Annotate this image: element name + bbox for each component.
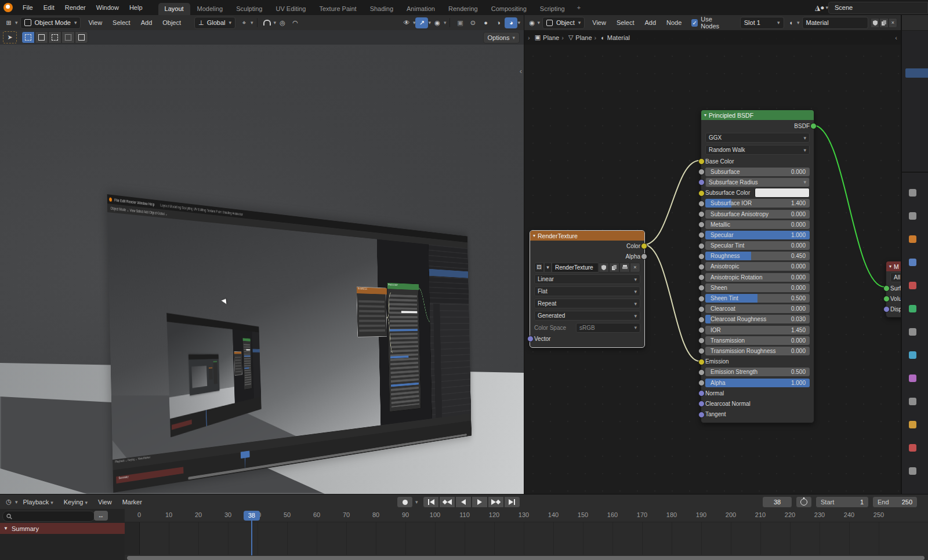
options-button[interactable]: Options▾ bbox=[483, 32, 520, 43]
sheen-tint-socket[interactable] bbox=[698, 296, 705, 302]
add-workspace-button[interactable]: + bbox=[572, 0, 586, 15]
workspace-tab-compositing[interactable]: Compositing bbox=[485, 3, 533, 15]
random-walk-dropdown[interactable]: Random Walk▾ bbox=[705, 145, 810, 155]
mode-dropdown[interactable]: Object Mode▾ bbox=[20, 17, 81, 29]
roughness-slider[interactable]: Roughness0.450 bbox=[705, 252, 810, 260]
viewport-menu-add[interactable]: Add bbox=[136, 15, 158, 30]
ior-slider[interactable]: IOR1.450 bbox=[705, 326, 810, 334]
breadcrumb-mesh[interactable]: Plane bbox=[575, 34, 592, 41]
playhead-frame-badge[interactable]: 38 bbox=[244, 511, 260, 521]
proportional-edit-icon[interactable]: ◎ bbox=[276, 17, 289, 28]
gizmos-icon[interactable]: ↗ bbox=[415, 17, 428, 28]
orientation-dropdown[interactable]: ⊥ Global▾ bbox=[194, 17, 235, 29]
shading-solid-icon[interactable]: ● bbox=[479, 17, 492, 28]
current-frame-field[interactable]: 38 bbox=[762, 496, 792, 508]
breadcrumb-object[interactable]: Plane bbox=[543, 34, 559, 41]
material-output-node[interactable]: ▾M All Surfa Volu Disp bbox=[886, 261, 901, 318]
subsurface-color-socket[interactable] bbox=[698, 190, 705, 197]
metallic-slider[interactable]: Metallic0.000 bbox=[705, 220, 810, 229]
transmission-roughness-socket[interactable] bbox=[698, 348, 705, 354]
channel-search-field[interactable] bbox=[2, 511, 95, 522]
node-menu-view[interactable]: View bbox=[587, 15, 611, 30]
menu-window[interactable]: Window bbox=[91, 0, 124, 15]
shading-rendered-icon[interactable]: ◕ bbox=[505, 17, 517, 28]
anisotropic-rotation-socket[interactable] bbox=[698, 274, 705, 281]
workspace-tab-texture-paint[interactable]: Texture Paint bbox=[313, 3, 362, 15]
clearcoat-normal-socket[interactable] bbox=[698, 401, 705, 407]
workspace-tab-animation[interactable]: Animation bbox=[400, 3, 441, 15]
node-canvas[interactable]: ▾RenderTexture Color Alpha 🖼 ▾ RenderTex… bbox=[524, 30, 901, 494]
displacement-input-socket[interactable] bbox=[883, 306, 890, 312]
transmission-socket[interactable] bbox=[698, 337, 705, 344]
material-chevron-icon[interactable]: ▾ bbox=[797, 20, 800, 26]
properties-tab-icon[interactable] bbox=[909, 398, 916, 405]
bsdf-output-socket[interactable] bbox=[810, 123, 817, 129]
keying-set-chevron-icon[interactable]: ▾ bbox=[415, 499, 418, 505]
emission-strength-slider[interactable]: Emission Strength0.500 bbox=[705, 368, 810, 376]
select-extend-tool-button[interactable] bbox=[35, 31, 48, 43]
principled-bsdf-node[interactable]: ▾Principled BSDF BSDF GGX▾Random Walk▾Ba… bbox=[701, 110, 814, 423]
viewport-menu-select[interactable]: Select bbox=[107, 15, 136, 30]
roughness-socket[interactable] bbox=[698, 253, 705, 260]
output-target-dropdown[interactable]: All bbox=[890, 272, 901, 282]
subsurface-ior-slider[interactable]: Subsurface IOR1.400 bbox=[705, 199, 810, 208]
linear-dropdown[interactable]: Linear▾ bbox=[534, 274, 640, 284]
shading-chevron-icon[interactable]: ▾ bbox=[517, 20, 520, 26]
workspace-tab-scripting[interactable]: Scripting bbox=[534, 3, 571, 15]
start-frame-field[interactable]: Start1 bbox=[815, 496, 869, 508]
properties-tab-icon[interactable] bbox=[909, 328, 916, 336]
specular-tint-slider[interactable]: Specular Tint0.000 bbox=[705, 241, 810, 250]
transmission-roughness-slider[interactable]: Transmission Roughness0.000 bbox=[705, 347, 810, 355]
end-frame-field[interactable]: End250 bbox=[872, 496, 918, 508]
properties-tab-icon[interactable] bbox=[909, 282, 916, 289]
subsurface-slider[interactable]: Subsurface0.000 bbox=[705, 168, 810, 176]
timeline-menu-view[interactable]: View bbox=[93, 494, 117, 510]
use-preview-range-stopwatch-icon[interactable] bbox=[796, 496, 812, 508]
workspace-tab-sculpting[interactable]: Sculpting bbox=[230, 3, 269, 15]
repeat-dropdown[interactable]: Repeat▾ bbox=[534, 299, 640, 308]
menu-file[interactable]: File bbox=[17, 0, 38, 15]
subsurface-anisotropy-socket[interactable] bbox=[698, 211, 705, 217]
render-texture-node[interactable]: ▾RenderTexture Color Alpha 🖼 ▾ RenderTex… bbox=[530, 230, 645, 348]
play-reverse-button[interactable] bbox=[455, 496, 472, 508]
tweak-tool-button[interactable]: ➤ bbox=[3, 31, 17, 43]
alpha-socket[interactable] bbox=[698, 380, 705, 386]
outliner-selected-row[interactable] bbox=[905, 68, 928, 78]
specular-socket[interactable] bbox=[698, 232, 705, 238]
timeline-horizontal-scrollbar[interactable] bbox=[127, 556, 925, 560]
keying-menu[interactable]: Keying ▾ bbox=[59, 494, 93, 510]
sheen-tint-slider[interactable]: Sheen Tint0.500 bbox=[705, 294, 810, 303]
menu-help[interactable]: Help bbox=[124, 0, 148, 15]
fake-user-shield-icon[interactable] bbox=[599, 263, 609, 272]
color-space-dropdown[interactable]: sRGB▾ bbox=[576, 323, 640, 333]
workspace-tab-uv-editing[interactable]: UV Editing bbox=[269, 3, 312, 15]
properties-tab-icon[interactable] bbox=[909, 235, 916, 243]
metallic-socket[interactable] bbox=[698, 221, 705, 228]
timeline-tracks[interactable]: 0102030405060708090100110120130140150160… bbox=[125, 509, 928, 560]
image-name-field[interactable]: RenderTexture bbox=[552, 263, 599, 272]
properties-tab-icon[interactable] bbox=[909, 421, 916, 428]
material-output-header[interactable]: ▾M bbox=[886, 261, 901, 271]
anisotropic-slider[interactable]: Anisotropic0.000 bbox=[705, 262, 810, 271]
summary-channel[interactable]: ▼ Summary bbox=[0, 523, 125, 534]
jump-to-end-button[interactable] bbox=[504, 496, 520, 508]
specular-tint-socket[interactable] bbox=[698, 243, 705, 249]
shader-editor-type-icon[interactable]: ◉ bbox=[527, 17, 537, 28]
transmission-slider[interactable]: Transmission0.000 bbox=[705, 336, 810, 345]
image-browse-chevron-icon[interactable]: ▾ bbox=[544, 263, 552, 272]
jump-to-start-button[interactable] bbox=[423, 496, 439, 508]
overlays-chevron-icon[interactable]: ▾ bbox=[444, 20, 447, 26]
select-subtract-tool-button[interactable] bbox=[48, 31, 61, 43]
vector-input-socket[interactable] bbox=[527, 336, 534, 342]
properties-tab-icon[interactable] bbox=[909, 259, 916, 266]
sidebar-collapse-icon[interactable]: ‹ bbox=[520, 67, 522, 75]
properties-tab-icon[interactable] bbox=[909, 305, 916, 312]
shader-editor-type-chevron-icon[interactable]: ▾ bbox=[537, 20, 540, 26]
generated-dropdown[interactable]: Generated▾ bbox=[534, 311, 640, 321]
select-intersect-tool-button[interactable] bbox=[75, 31, 88, 43]
show-gizmo-icon[interactable]: 👁 bbox=[400, 17, 413, 28]
breadcrumb-material[interactable]: Material bbox=[607, 34, 630, 41]
tangent-socket[interactable] bbox=[698, 412, 705, 418]
select-box-tool-button[interactable] bbox=[21, 31, 35, 43]
use-nodes-checkbox[interactable]: ✓ bbox=[691, 19, 698, 27]
